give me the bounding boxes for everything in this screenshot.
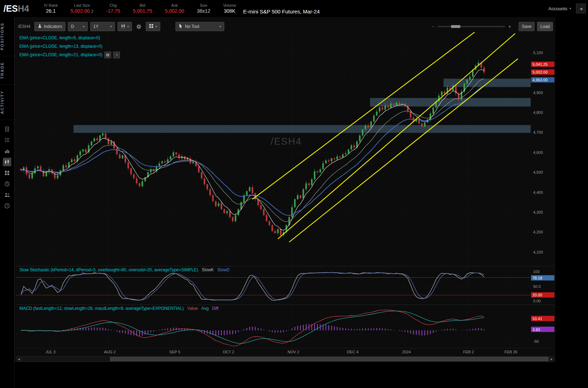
chevron-down-icon: ▾: [155, 25, 157, 28]
legend-value: Value: [187, 306, 198, 311]
drawing-tool-dropdown[interactable]: No Tool ▾: [175, 22, 224, 31]
svg-text:3.83: 3.83: [532, 328, 540, 332]
price-panel: 4,1004,2004,3004,4004,5004,6004,7004,800…: [16, 32, 554, 266]
chart-style-dropdown[interactable]: ▾: [117, 22, 132, 31]
stochastic-label-row: Slow Stochastic (kPeriod=14, dPeriod=3, …: [19, 267, 230, 272]
svg-text:5,100: 5,100: [533, 51, 543, 55]
svg-text:100: 100: [533, 270, 540, 274]
scrollbar-thumb[interactable]: [110, 357, 548, 361]
bar-chart-icon[interactable]: [3, 147, 11, 155]
macd-study-label: MACD (fastLength=12, slowLength=26, macd…: [19, 306, 184, 311]
sidebar-tab-activity[interactable]: ACTIVITY: [0, 85, 14, 120]
sidebar-tab-trade[interactable]: TRADE: [0, 56, 14, 85]
timeline-label: JUL 3: [46, 350, 56, 354]
candles-icon: [121, 24, 126, 30]
quote-stats: IV Rank 26.1 Last Size 5,002.002 Chg -17…: [44, 3, 236, 15]
accounts-menu[interactable]: Accounts ▾: [548, 6, 571, 11]
clock-icon[interactable]: [3, 180, 11, 188]
zoom-in-button[interactable]: +: [508, 24, 511, 29]
grid-icon[interactable]: [3, 169, 11, 177]
study-labels: EMA (price=CLOSE, length=5, displace=0) …: [19, 34, 120, 59]
svg-text:4,600: 4,600: [533, 150, 543, 155]
svg-text:20.00: 20.00: [532, 293, 542, 297]
svg-text:4,963.00: 4,963.00: [532, 78, 548, 82]
stochastic-panel: 10050.00.0078.1820.00 Slow Stochastic (k…: [16, 266, 554, 305]
settings-gear-button[interactable]: [134, 22, 143, 31]
list-icon[interactable]: [3, 136, 11, 144]
right-panel-collapsed: [555, 17, 588, 388]
legend-avg: Avg: [201, 306, 208, 311]
symbol-title: /ESH4: [0, 4, 38, 14]
horizontal-scrollbar[interactable]: ◀ ▶: [16, 356, 554, 362]
timeframe-dropdown[interactable]: D ▾: [68, 22, 88, 31]
sidebar-tab-positions[interactable]: POSITIONS: [0, 17, 14, 56]
macd-label-row: MACD (fastLength=12, slowLength=26, macd…: [19, 306, 218, 311]
header: /ESH4 IV Rank 26.1 Last Size 5,002.002 C…: [0, 0, 588, 17]
svg-text:4,700: 4,700: [533, 130, 543, 134]
svg-text:4,300: 4,300: [533, 210, 543, 214]
price-chart-svg[interactable]: 4,1004,2004,3004,4004,5004,6004,7004,800…: [16, 32, 554, 266]
timeline-label: SEP 5: [169, 350, 180, 354]
svg-text:5,041.25: 5,041.25: [532, 62, 548, 66]
candle-chart-icon[interactable]: [3, 158, 11, 166]
indicators-button[interactable]: Indicators: [34, 22, 65, 31]
symbol-root: /ES: [4, 4, 18, 13]
legend-slowk: SlowK: [202, 267, 214, 272]
zoom-slider[interactable]: [438, 26, 505, 27]
document-icon[interactable]: [3, 125, 11, 133]
load-button[interactable]: Load: [537, 22, 553, 31]
cursor-icon: [179, 24, 183, 30]
svg-text:4,100: 4,100: [533, 250, 543, 254]
stat-bid: Bid 5,001.75: [133, 3, 152, 14]
save-button[interactable]: Save: [519, 22, 535, 31]
sidebar-icon-stack: ?: [0, 125, 14, 210]
timeline-label: 2024: [402, 350, 410, 354]
symbol-contract: H4: [18, 4, 29, 13]
trendline: [253, 32, 476, 199]
toolbar-symbol-label: /ESH4: [18, 24, 30, 29]
flask-icon: [38, 24, 42, 29]
stat-iv-rank: IV Rank 26.1: [44, 3, 58, 14]
svg-text:4,900: 4,900: [533, 91, 543, 95]
left-sidebar: POSITIONS TRADE ACTIVITY ?: [0, 17, 15, 388]
stat-last-size: Last Size 5,002.002: [70, 3, 93, 15]
svg-text:4,400: 4,400: [533, 190, 543, 195]
macd-histogram: [21, 324, 484, 336]
timeline-label: OCT 2: [223, 350, 234, 354]
chart-toolbar: /ESH4 Indicators D ▾ 1Y ▾ ▾ ▾ No Tool: [16, 22, 554, 31]
study-row-ema21: EMA (price=CLOSE, length=21, displace=0)…: [19, 51, 120, 59]
study-settings-gear-button[interactable]: [104, 52, 111, 58]
study-close-button[interactable]: ×: [113, 52, 120, 58]
layout-grid-dropdown[interactable]: ▾: [146, 22, 160, 31]
legend-diff: Diff: [212, 306, 219, 311]
help-icon[interactable]: ?: [3, 202, 11, 210]
svg-text:53.41: 53.41: [532, 317, 542, 321]
timeline-label: FEB 2: [463, 350, 474, 354]
stat-chg: Chg -17.75: [106, 3, 120, 14]
ema-5-line: [21, 70, 484, 230]
collapse-panel-button[interactable]: ◀: [576, 4, 586, 13]
zoom-slider-thumb[interactable]: [451, 25, 460, 28]
svg-text:0.00: 0.00: [533, 299, 541, 303]
chevron-down-icon: ▾: [83, 25, 85, 28]
chart-watermark: /ESH4: [271, 136, 302, 147]
chevron-down-icon: ▾: [219, 25, 221, 28]
svg-text:5,002.00: 5,002.00: [532, 70, 548, 74]
timeline-label: NOV 2: [288, 350, 299, 354]
legend-slowd: SlowD: [217, 267, 230, 272]
svg-text:4,800: 4,800: [533, 110, 543, 115]
scroll-left-arrow-icon[interactable]: ◀: [16, 357, 22, 361]
svg-text:78.18: 78.18: [532, 276, 542, 280]
support-resistance-zone: [74, 125, 531, 133]
scroll-right-arrow-icon[interactable]: ▶: [549, 357, 554, 361]
chevron-down-icon: ▾: [127, 25, 129, 28]
timeline-label: FEB 26: [505, 350, 518, 354]
svg-text:50.0: 50.0: [533, 284, 541, 289]
users-icon[interactable]: [3, 191, 11, 199]
macd-chart-svg[interactable]: -5053.413.83: [16, 305, 554, 348]
stat-volume: Volume 308K: [223, 3, 236, 14]
zoom-controls: - +: [432, 24, 511, 29]
chevron-down-icon: ▾: [569, 7, 571, 10]
zoom-out-button[interactable]: -: [432, 24, 434, 29]
range-dropdown[interactable]: 1Y ▾: [90, 22, 115, 31]
